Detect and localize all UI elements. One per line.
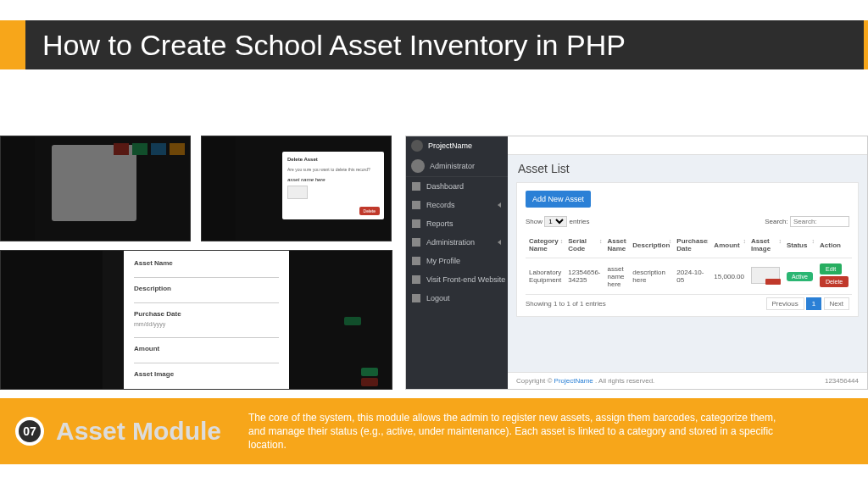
table-search-control: Search: (765, 216, 849, 227)
app-topbar (508, 136, 867, 155)
length-prefix: Show (526, 218, 542, 225)
cell-amount: 15,000.00 (710, 258, 748, 295)
thumb-asset-form: Asset Name Description Purchase Date mm/… (0, 250, 392, 390)
cell-image (748, 258, 783, 295)
cell-status: Active (783, 258, 816, 295)
add-new-asset-button[interactable]: Add New Asset (526, 191, 591, 208)
logout-icon (412, 294, 420, 302)
length-select[interactable]: 1 (544, 216, 567, 227)
label-asset-name: Asset Name (134, 259, 279, 267)
table-header-row: Category Name↕ Serial Code↕ Asset Name↕ … (526, 232, 852, 258)
col-action: Action (816, 232, 852, 258)
module-band: 07 Asset Module The core of the system, … (0, 398, 868, 464)
thumb-dashboard-darkened (0, 136, 191, 241)
slide-title: How to Create School Asset Inventory in … (42, 29, 626, 62)
col-asset-name[interactable]: Asset Name↕ (604, 232, 630, 258)
nav-logout[interactable]: Logout (406, 289, 508, 308)
chevron-left-icon (498, 202, 501, 208)
label-purchase-date: Purchase Date (134, 310, 279, 318)
status-badge: Active (787, 272, 813, 281)
col-image[interactable]: Asset Image↕ (748, 232, 783, 258)
col-serial[interactable]: Serial Code↕ (565, 232, 604, 258)
asset-form-panel: Asset Name Description Purchase Date mm/… (124, 251, 289, 389)
delete-button[interactable]: Delete (820, 276, 849, 287)
col-date[interactable]: Purchase Date↕ (673, 232, 710, 258)
module-description: The core of the system, this module allo… (248, 411, 782, 452)
pager-prev[interactable]: Previous (766, 297, 804, 310)
table-row: Laboratory Equipment 12354656-34235 asse… (526, 258, 852, 295)
asset-table: Category Name↕ Serial Code↕ Asset Name↕ … (526, 232, 852, 295)
table-info-text: Showing 1 to 1 of 1 entries (526, 300, 606, 308)
cell-description: description here (629, 258, 673, 295)
chevron-left-icon (498, 240, 501, 245)
globe-icon (412, 275, 420, 284)
col-description[interactable]: Description↕ (629, 232, 673, 258)
edit-button[interactable]: Edit (820, 263, 842, 274)
nav-label: Logout (426, 294, 450, 302)
nav-label: Visit Front-end Website (426, 275, 505, 284)
module-number: 07 (15, 417, 44, 446)
col-status[interactable]: Status↕ (783, 232, 816, 258)
records-icon (412, 201, 420, 209)
length-suffix: entries (569, 218, 589, 225)
delete-confirm-button[interactable]: Delete (359, 207, 380, 215)
footer-copy-prefix: Copyright © (516, 377, 554, 385)
pager-next[interactable]: Next (824, 297, 849, 310)
app-content: Asset List Add New Asset Show 1 entries … (508, 136, 867, 389)
cell-serial: 12354656-34235 (565, 258, 604, 295)
placeholder-purchase-date: mm/dd/yyyy (134, 321, 279, 327)
thumb-delete-modal: Delete Asset Are you sure you want to de… (201, 136, 392, 241)
asset-list-panel: Add New Asset Show 1 entries Search: (516, 182, 859, 317)
nav-label: Dashboard (426, 182, 464, 191)
app-sidebar: ProjectName Administrator Dashboard Reco… (406, 136, 508, 389)
pager-current[interactable]: 1 (806, 297, 821, 310)
nav-frontend[interactable]: Visit Front-end Website (406, 270, 508, 289)
delete-modal: Delete Asset Are you sure you want to de… (282, 152, 384, 219)
delete-modal-title: Delete Asset (287, 157, 379, 162)
label-asset-image: Asset Image (134, 370, 279, 378)
delete-modal-asset-name: asset name here (287, 177, 379, 182)
nav-label: Administration (426, 238, 475, 247)
title-inner: How to Create School Asset Inventory in … (25, 20, 864, 69)
profile-icon (412, 257, 420, 265)
page-title: Asset List (508, 155, 867, 179)
sidebar-user: Administrator (406, 155, 508, 177)
reports-icon (412, 219, 420, 228)
nav-records[interactable]: Records (406, 196, 508, 214)
cell-date: 2024-10-05 (673, 258, 710, 295)
nav-my-profile[interactable]: My Profile (406, 252, 508, 270)
cell-asset-name: asset name here (604, 258, 630, 295)
app-shot-asset-list: ProjectName Administrator Dashboard Reco… (405, 136, 868, 390)
footer-project-link[interactable]: ProjectName (554, 377, 593, 385)
administration-icon (412, 238, 420, 247)
search-label: Search: (765, 218, 788, 225)
delete-modal-prompt: Are you sure you want to delete this rec… (287, 167, 379, 172)
label-description: Description (134, 285, 279, 292)
cell-action: Edit Delete (816, 258, 852, 295)
col-amount[interactable]: Amount↕ (710, 232, 748, 258)
module-title: Asset Module (56, 417, 221, 446)
dashboard-icon (412, 182, 420, 191)
footer-rights: . All rights reserved. (595, 377, 654, 385)
nav-administration[interactable]: Administration (406, 233, 508, 252)
table-pager: Previous 1 Next (766, 300, 850, 308)
screenshot-gallery: Delete Asset Are you sure you want to de… (0, 136, 868, 390)
brand: ProjectName (406, 136, 508, 155)
app-footer: Copyright © ProjectName . All rights res… (508, 372, 867, 389)
table-length-control: Show 1 entries (526, 216, 590, 227)
nav-reports[interactable]: Reports (406, 214, 508, 233)
col-category[interactable]: Category Name↕ (526, 232, 565, 258)
nav-label: Records (426, 201, 455, 209)
asset-thumb (751, 267, 780, 284)
nav-label: Reports (426, 219, 453, 228)
label-amount: Amount (134, 345, 279, 352)
nav-label: My Profile (426, 257, 460, 265)
search-input[interactable] (790, 216, 849, 227)
delete-modal-image (287, 186, 308, 199)
nav-dashboard[interactable]: Dashboard (406, 177, 508, 196)
cell-category: Laboratory Equipment (526, 258, 565, 295)
footer-version: 123456444 (825, 377, 859, 385)
title-band: How to Create School Asset Inventory in … (0, 20, 868, 69)
